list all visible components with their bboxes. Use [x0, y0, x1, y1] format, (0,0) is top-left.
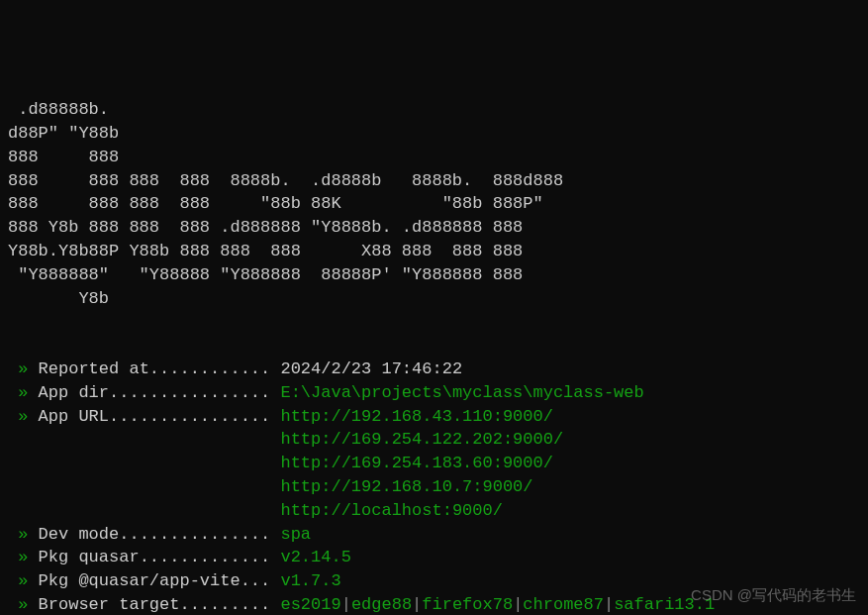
reported-at-value: 2024/2/23 17:46:22 — [280, 359, 462, 378]
arrow-icon: » — [8, 571, 39, 590]
pipe-icon: | — [513, 595, 523, 614]
ascii-line-5: 888 888 888 888 "88b 88K "88b 888P" — [8, 194, 543, 213]
app-url-2: http://169.254.122.202:9000/ — [280, 430, 563, 449]
ascii-line-7: Y88b.Y8b88P Y88b 888 888 888 X88 888 888… — [8, 242, 523, 260]
app-url-1: http://192.168.43.110:9000/ — [280, 407, 552, 426]
pkg-quasar-label: Pkg quasar............. — [39, 548, 271, 566]
arrow-icon: » — [8, 383, 39, 402]
watermark: CSDN @写代码的老书生 — [691, 584, 856, 605]
app-url-label: App URL................ — [39, 407, 271, 426]
browser-target-4: chrome87 — [523, 595, 604, 614]
pipe-icon: | — [341, 595, 351, 614]
arrow-icon: » — [8, 525, 39, 544]
browser-target-3: firefox78 — [422, 595, 513, 614]
arrow-icon: » — [8, 548, 39, 566]
app-dir-label: App dir................ — [39, 383, 271, 402]
arrow-icon: » — [8, 595, 39, 614]
pkg-quasar-value: v2.14.5 — [280, 548, 350, 566]
ascii-line-4: 888 888 888 888 8888b. .d8888b 8888b. 88… — [8, 171, 563, 190]
browser-target-1: es2019 — [280, 595, 340, 614]
app-url-3: http://169.254.183.60:9000/ — [280, 454, 552, 472]
pkg-app-vite-label: Pkg @quasar/app-vite... — [39, 571, 271, 590]
info-block: » Reported at............ 2024/2/23 17:4… — [8, 358, 860, 615]
app-dir-value: E:\Java\projects\myclass\myclass-web — [280, 383, 643, 402]
app-url-5: http://localhost:9000/ — [280, 501, 502, 520]
dev-mode-value: spa — [280, 525, 311, 544]
pipe-icon: | — [412, 595, 422, 614]
ascii-line-6: 888 Y8b 888 888 888 .d888888 "Y8888b. .d… — [8, 218, 523, 237]
ascii-line-3: 888 888 — [8, 148, 119, 166]
ascii-banner: .d88888b. d88P" "Y88b 888 888 888 888 88… — [8, 98, 860, 310]
app-url-4: http://192.168.10.7:9000/ — [280, 477, 532, 496]
arrow-icon: » — [8, 407, 39, 426]
ascii-line-8: "Y888888" "Y88888 "Y888888 88888P' "Y888… — [8, 265, 523, 284]
browser-target-label: Browser target......... — [39, 595, 271, 614]
ascii-line-9: Y8b — [8, 289, 109, 308]
ascii-line-2: d88P" "Y88b — [8, 124, 119, 143]
arrow-icon: » — [8, 359, 39, 378]
pkg-app-vite-value: v1.7.3 — [280, 571, 340, 590]
dev-mode-label: Dev mode............... — [39, 525, 271, 544]
reported-at-label: Reported at............ — [39, 359, 271, 378]
browser-target-2: edge88 — [351, 595, 412, 614]
pipe-icon: | — [604, 595, 614, 614]
ascii-line-1: .d88888b. — [8, 100, 109, 119]
